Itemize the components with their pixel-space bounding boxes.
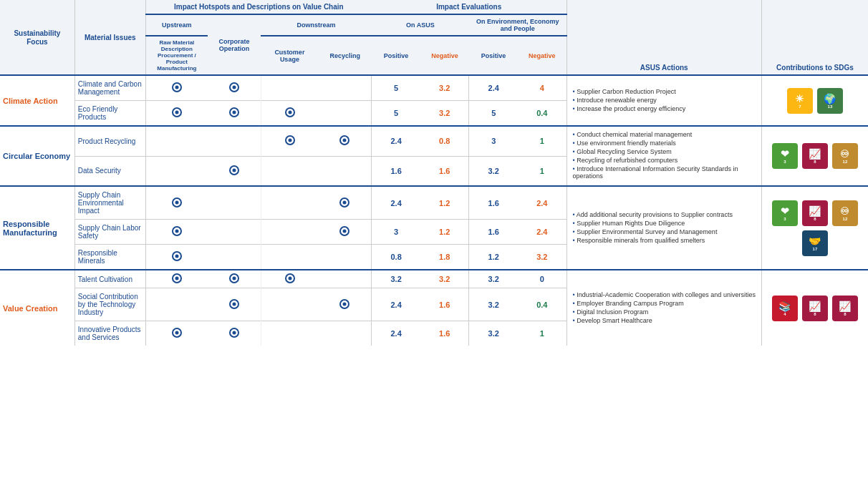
asus-actions-cell: • Supplier Carbon Reduction Project• Int… [566, 75, 761, 126]
on-env-positive-cell: 1.6 [469, 186, 518, 220]
recycling-cell [319, 101, 372, 127]
table-row: Climate ActionClimate and Carbon Managem… [0, 75, 868, 101]
sdg-badge-3: ❤ 3 [772, 200, 798, 226]
action-item: • Supplier Human Rights Due Diligence [573, 220, 756, 227]
action-item: • Employer Branding Campus Program [573, 300, 756, 307]
material-issue-cell: Climate and Carbon Management [74, 75, 145, 101]
sdg-badge-13: 🌍 13 [817, 88, 843, 114]
on-asus-negative-cell: 1.8 [420, 245, 469, 270]
sustainability-focus-cell: Climate Action [0, 75, 74, 126]
action-item: • Industrial-Academic Cooperation with c… [573, 291, 756, 298]
action-item: • Supplier Environmental Survey and Mana… [573, 228, 756, 235]
on-asus-negative-cell: 0.8 [420, 126, 469, 156]
recycling-cell [319, 186, 372, 220]
circle-indicator [172, 251, 182, 261]
circle-indicator [339, 135, 349, 145]
customer-usage-cell [261, 321, 318, 346]
main-table-container: Sustainability Focus Material Issues Imp… [0, 0, 868, 346]
on-env-negative-cell: 1 [518, 321, 566, 346]
sustainability-focus-cell: Responsible Manufacturing [0, 186, 74, 270]
customer-usage-cell [261, 245, 318, 270]
on-env-positive-cell: 5 [469, 101, 518, 127]
on-asus-negative-cell: 3.2 [420, 101, 469, 127]
action-item: • Supplier Carbon Reduction Project [573, 88, 756, 95]
sdg-badge-8: 📈 8 [802, 200, 828, 226]
material-issue-cell: Social Contribution by the Technology In… [74, 288, 145, 321]
upstream-raw-cell [145, 156, 208, 186]
on-env-negative-cell: 0 [518, 270, 566, 288]
material-issue-cell: Innovative Products and Services [74, 321, 145, 346]
action-item: • Introduce International Information Se… [573, 165, 756, 180]
on-env-negative-cell: 2.4 [518, 186, 566, 220]
upstream-raw-cell [145, 126, 208, 156]
on-asus-positive-header: Positive [372, 36, 420, 75]
downstream-header: Downstream [261, 14, 372, 36]
circle-indicator [339, 226, 349, 236]
recycling-cell [319, 270, 372, 288]
circle-indicator [229, 299, 239, 309]
on-env-positive-cell: 2.4 [469, 75, 518, 101]
on-asus-negative-cell: 1.6 [420, 288, 469, 321]
material-issue-cell: Responsible Minerals [74, 245, 145, 270]
recycling-cell [319, 156, 372, 186]
material-issues-header: Material Issues [74, 0, 145, 75]
customer-usage-cell [261, 126, 318, 156]
sdg-badge-8: 📈 8 [802, 296, 828, 321]
circle-indicator [285, 135, 295, 145]
asus-actions-cell: • Add additional security provisions to … [566, 186, 761, 270]
material-issue-cell: Eco Friendly Products [74, 101, 145, 127]
upstream-raw-cell [145, 75, 208, 101]
recycling-cell [319, 220, 372, 245]
material-issue-cell: Supply Chain Labor Safety [74, 220, 145, 245]
action-item: • Add additional security provisions to … [573, 211, 756, 218]
action-item: • Increase the product energy efficiency [573, 105, 756, 112]
corporate-op-cell [208, 220, 261, 245]
on-env-positive-cell: 1.2 [469, 245, 518, 270]
sdg-badge-12: ♾ 12 [832, 143, 858, 169]
on-asus-negative-cell: 1.2 [420, 220, 469, 245]
corporate-op-cell [208, 270, 261, 288]
sdg-cell: ❤ 3 📈 8 ♾ 12 [761, 126, 868, 186]
recycling-cell [319, 126, 372, 156]
on-env-negative-cell: 1 [518, 126, 566, 156]
circle-indicator [339, 299, 349, 309]
recycling-cell [319, 75, 372, 101]
circle-indicator [229, 82, 239, 92]
top-header-row: Sustainability Focus Material Issues Imp… [0, 0, 868, 14]
table-row: Value CreationTalent Cultivation3.23.23.… [0, 270, 868, 288]
corporate-op-cell [208, 288, 261, 321]
on-asus-negative-cell: 1.2 [420, 186, 469, 220]
sdg-badge-12: ♾ 12 [832, 200, 858, 226]
upstream-raw-cell [145, 186, 208, 220]
circle-indicator [172, 107, 182, 117]
circle-indicator [172, 328, 182, 338]
circle-indicator [229, 273, 239, 283]
corporate-op-cell [208, 126, 261, 156]
on-env-header: On Environment, Economy and People [469, 14, 566, 36]
on-env-positive-cell: 3 [469, 126, 518, 156]
on-env-negative-cell: 3.2 [518, 245, 566, 270]
on-asus-positive-cell: 5 [372, 101, 420, 127]
on-asus-positive-cell: 3.2 [372, 270, 420, 288]
corporate-op-cell [208, 245, 261, 270]
action-item: • Global Recycling Service System [573, 148, 756, 155]
circle-indicator [229, 165, 239, 175]
customer-usage-cell [261, 288, 318, 321]
raw-material-header: Raw Material Description Procurement / P… [145, 36, 208, 75]
action-item: • Digital Inclusion Program [573, 308, 756, 316]
on-asus-positive-cell: 2.4 [372, 126, 420, 156]
corporate-operation-header: Corporate Operation [208, 14, 261, 75]
sustainability-table: Sustainability Focus Material Issues Imp… [0, 0, 868, 346]
customer-usage-cell [261, 101, 318, 127]
on-asus-negative-header: Negative [420, 36, 469, 75]
impact-hotspots-header: Impact Hotspots and Descriptions on Valu… [145, 0, 372, 14]
upstream-raw-cell [145, 270, 208, 288]
on-asus-positive-cell: 2.4 [372, 321, 420, 346]
on-asus-positive-cell: 3 [372, 220, 420, 245]
material-issue-cell: Supply Chain Environmental Impact [74, 186, 145, 220]
material-issue-cell: Data Security [74, 156, 145, 186]
contributions-header: Contributions to SDGs [761, 0, 868, 75]
recycling-cell [319, 321, 372, 346]
sdg-cell: ☀ 7 🌍 13 [761, 75, 868, 126]
circle-indicator [172, 197, 182, 208]
